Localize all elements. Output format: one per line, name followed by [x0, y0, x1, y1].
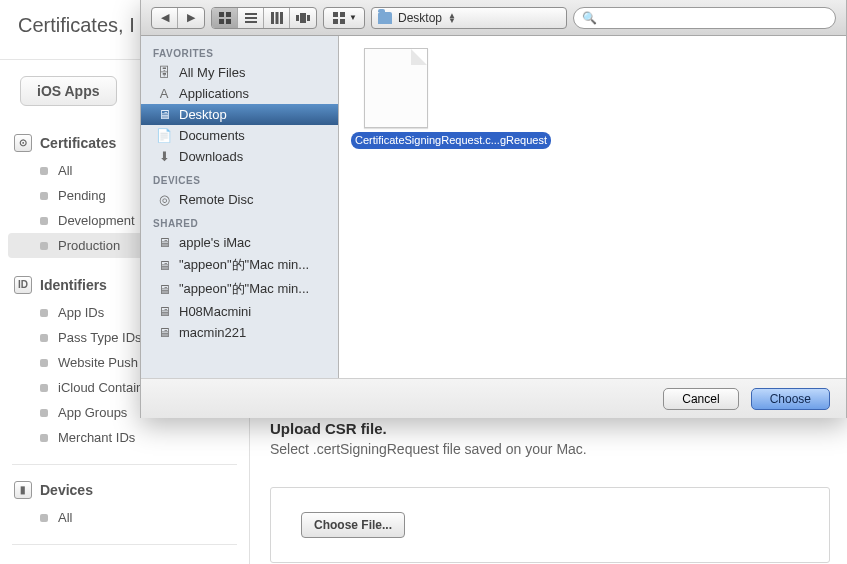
- file-item-csr[interactable]: CertificateSigningRequest.c...gRequest: [351, 48, 441, 149]
- dialog-toolbar: ◀ ▶ ▼ Desktop ▲▼ 🔍: [141, 0, 846, 36]
- forward-button[interactable]: ▶: [178, 8, 204, 28]
- svg-rect-3: [226, 19, 231, 24]
- search-icon: 🔍: [582, 11, 597, 25]
- fav-applications[interactable]: AApplications: [141, 83, 338, 104]
- disc-icon: ◎: [155, 192, 173, 207]
- computer-icon: 🖥: [155, 282, 173, 297]
- file-name: CertificateSigningRequest.c...gRequest: [351, 132, 551, 149]
- grid-icon: [219, 12, 231, 24]
- shared-item[interactable]: 🖥H08Macmini: [141, 301, 338, 322]
- all-files-icon: 🗄: [155, 65, 173, 80]
- shared-item[interactable]: 🖥"appeon"的"Mac min...: [141, 253, 338, 277]
- section-devices[interactable]: ▮ Devices: [0, 475, 249, 505]
- bullet-icon: [40, 242, 48, 250]
- fav-documents[interactable]: 📄Documents: [141, 125, 338, 146]
- svg-rect-1: [226, 12, 231, 17]
- back-button[interactable]: ◀: [152, 8, 178, 28]
- file-grid[interactable]: CertificateSigningRequest.c...gRequest: [339, 36, 846, 378]
- nav-back-forward[interactable]: ◀ ▶: [151, 7, 205, 29]
- bullet-icon: [40, 167, 48, 175]
- bullet-icon: [40, 409, 48, 417]
- document-icon: [364, 48, 428, 128]
- arrange-dropdown[interactable]: ▼: [323, 7, 365, 29]
- svg-rect-5: [245, 17, 257, 19]
- bullet-icon: [40, 359, 48, 367]
- file-panel: Choose File...: [270, 487, 830, 563]
- main-content: Upload CSR file. Select .certSigningRequ…: [270, 420, 830, 563]
- section-label: Identifiers: [40, 277, 107, 293]
- view-icon-grid[interactable]: [212, 8, 238, 28]
- view-icon-list[interactable]: [238, 8, 264, 28]
- sidebar-item-devices-all[interactable]: All: [0, 505, 249, 530]
- divider: [12, 544, 237, 545]
- computer-icon: 🖥: [155, 235, 173, 250]
- bullet-icon: [40, 192, 48, 200]
- svg-rect-16: [340, 19, 345, 24]
- fav-downloads[interactable]: ⬇Downloads: [141, 146, 338, 167]
- finder-sidebar: FAVORITES 🗄All My Files AApplications 🖥D…: [141, 36, 339, 378]
- bullet-icon: [40, 334, 48, 342]
- svg-rect-7: [271, 12, 274, 24]
- search-field[interactable]: 🔍: [573, 7, 836, 29]
- section-label: Devices: [40, 482, 93, 498]
- devices-icon: ▮: [14, 481, 32, 499]
- view-icon-coverflow[interactable]: [290, 8, 316, 28]
- upload-csr-title: Upload CSR file.: [270, 420, 830, 437]
- search-input[interactable]: [601, 10, 827, 26]
- svg-rect-15: [333, 19, 338, 24]
- upload-csr-subtitle: Select .certSigningRequest file saved on…: [270, 441, 830, 457]
- bullet-icon: [40, 514, 48, 522]
- svg-rect-2: [219, 19, 224, 24]
- svg-rect-4: [245, 13, 257, 15]
- coverflow-icon: [296, 13, 310, 23]
- computer-icon: 🖥: [155, 304, 173, 319]
- dev-remote-disc[interactable]: ◎Remote Disc: [141, 189, 338, 210]
- shared-item[interactable]: 🖥"appeon"的"Mac min...: [141, 277, 338, 301]
- columns-icon: [271, 12, 283, 24]
- ios-apps-tab[interactable]: iOS Apps: [20, 76, 117, 106]
- sidebar-section-favorites: FAVORITES: [141, 40, 338, 62]
- cancel-button[interactable]: Cancel: [663, 388, 738, 410]
- svg-rect-9: [280, 12, 283, 24]
- up-down-icon: ▲▼: [448, 13, 456, 23]
- svg-rect-10: [296, 15, 299, 21]
- location-dropdown[interactable]: Desktop ▲▼: [371, 7, 567, 29]
- svg-rect-11: [300, 13, 306, 23]
- sidebar-section-devices: DEVICES: [141, 167, 338, 189]
- computer-icon: 🖥: [155, 325, 173, 340]
- svg-rect-6: [245, 21, 257, 23]
- view-mode-segment[interactable]: [211, 7, 317, 29]
- bullet-icon: [40, 217, 48, 225]
- fav-desktop[interactable]: 🖥Desktop: [141, 104, 338, 125]
- svg-rect-0: [219, 12, 224, 17]
- certificates-icon: ⊙: [14, 134, 32, 152]
- folder-icon: [378, 12, 392, 24]
- computer-icon: 🖥: [155, 258, 173, 273]
- dialog-footer: Cancel Choose: [141, 378, 846, 418]
- documents-icon: 📄: [155, 128, 173, 143]
- bullet-icon: [40, 434, 48, 442]
- divider: [12, 464, 237, 465]
- shared-item[interactable]: 🖥macmin221: [141, 322, 338, 343]
- downloads-icon: ⬇: [155, 149, 173, 164]
- sidebar-item-merchant-ids[interactable]: Merchant IDs: [0, 425, 249, 450]
- svg-rect-14: [340, 12, 345, 17]
- bullet-icon: [40, 309, 48, 317]
- identifiers-icon: ID: [14, 276, 32, 294]
- choose-button[interactable]: Choose: [751, 388, 830, 410]
- desktop-icon: 🖥: [155, 107, 173, 122]
- fav-all-my-files[interactable]: 🗄All My Files: [141, 62, 338, 83]
- svg-rect-12: [307, 15, 310, 21]
- choose-file-button[interactable]: Choose File...: [301, 512, 405, 538]
- svg-rect-13: [333, 12, 338, 17]
- list-icon: [245, 12, 257, 24]
- section-label: Certificates: [40, 135, 116, 151]
- chevron-down-icon: ▼: [349, 13, 357, 22]
- svg-rect-8: [275, 12, 278, 24]
- location-label: Desktop: [398, 11, 442, 25]
- applications-icon: A: [155, 86, 173, 101]
- file-open-dialog: ◀ ▶ ▼ Desktop ▲▼ 🔍: [140, 0, 847, 418]
- shared-item[interactable]: 🖥 apple's iMac: [141, 232, 338, 253]
- bullet-icon: [40, 384, 48, 392]
- view-icon-columns[interactable]: [264, 8, 290, 28]
